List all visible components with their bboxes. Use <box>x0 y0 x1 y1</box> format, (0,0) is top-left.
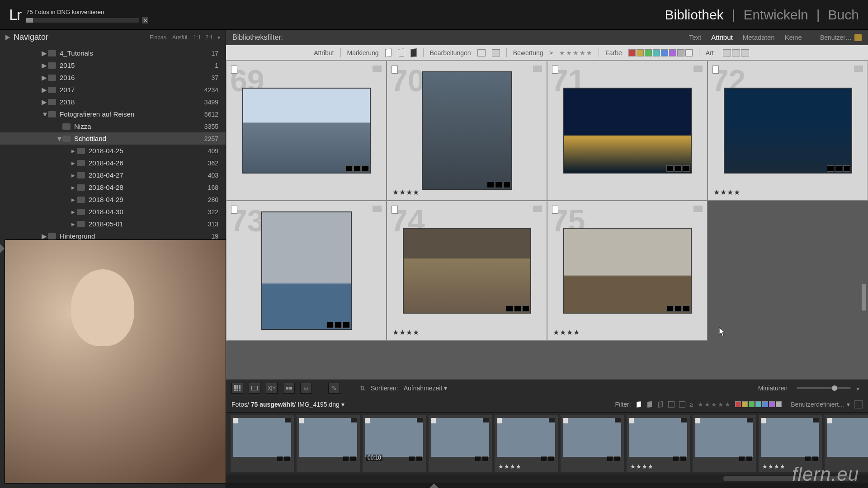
badge-icon[interactable] <box>514 305 521 312</box>
flag-icon[interactable] <box>299 418 304 423</box>
badge-icon[interactable] <box>277 456 283 462</box>
edits-unedited-icon[interactable] <box>492 49 500 56</box>
compare-view-button[interactable]: X|Y <box>266 383 278 394</box>
folder-row[interactable]: ▸2018-04-30322 <box>0 206 226 218</box>
grid-cell[interactable]: 70★★★★ <box>387 61 547 201</box>
badge-icon[interactable] <box>675 305 682 312</box>
grid-view-button[interactable] <box>231 383 243 394</box>
color-chip[interactable] <box>755 401 761 407</box>
flag-icon[interactable] <box>552 66 558 74</box>
thumbnail-size-slider[interactable] <box>797 387 851 389</box>
color-chip[interactable] <box>769 401 775 407</box>
filmstrip-cell[interactable] <box>693 415 756 472</box>
cell-menu-icon[interactable] <box>747 418 753 422</box>
status-flag-picked-icon[interactable] <box>637 401 641 408</box>
status-edits-icon[interactable] <box>679 401 685 408</box>
cell-menu-icon[interactable] <box>533 66 542 72</box>
cell-menu-icon[interactable] <box>373 206 382 212</box>
badge-icon[interactable] <box>812 456 818 462</box>
cell-menu-icon[interactable] <box>417 418 423 422</box>
badge-icon[interactable] <box>416 456 422 462</box>
folder-row[interactable]: ▼Schottland2257 <box>0 132 226 145</box>
painter-tool-button[interactable]: ✎ <box>328 383 340 394</box>
flag-icon[interactable] <box>431 418 436 423</box>
thumbnail-image[interactable] <box>423 72 511 189</box>
disclosure-icon[interactable]: ▸ <box>71 183 76 192</box>
disclosure-icon[interactable]: ▶ <box>42 232 47 240</box>
filter-preset-dropdown[interactable]: Benutzer… <box>820 34 852 41</box>
status-flag-rejected-icon[interactable] <box>658 401 663 408</box>
color-chip[interactable] <box>677 49 684 56</box>
flag-icon[interactable] <box>392 66 398 74</box>
badge-icon[interactable] <box>827 165 834 172</box>
flag-icon[interactable] <box>231 206 237 214</box>
badge-icon[interactable] <box>475 456 481 462</box>
color-chip[interactable] <box>776 401 782 407</box>
badge-icon[interactable] <box>482 456 488 462</box>
disclosure-icon[interactable]: ▸ <box>71 159 76 167</box>
color-chip[interactable] <box>653 49 660 56</box>
filter-tab-metadata[interactable]: Metadaten <box>743 33 775 41</box>
flag-icon[interactable] <box>231 66 237 74</box>
folder-row[interactable]: ▸2018-04-29280 <box>0 193 226 206</box>
status-rating-stars[interactable]: ★★★★★ <box>698 401 731 408</box>
color-chip[interactable] <box>661 49 668 56</box>
navigator-disclosure-icon[interactable] <box>5 35 10 40</box>
flag-unflagged-icon[interactable] <box>398 48 404 57</box>
badge-icon[interactable] <box>607 456 613 462</box>
disclosure-icon[interactable]: ▸ <box>71 147 76 155</box>
rating-operator-icon[interactable]: ≥ <box>550 49 553 56</box>
cell-menu-icon[interactable] <box>351 418 357 422</box>
zoom-2-1[interactable]: 2:1 <box>205 34 213 41</box>
grid-cell[interactable]: 72★★★★ <box>708 61 868 201</box>
flag-icon[interactable] <box>695 418 700 423</box>
filter-lock-icon[interactable] <box>854 34 862 41</box>
flag-picked-icon[interactable] <box>385 48 392 57</box>
survey-view-button[interactable] <box>283 383 295 394</box>
folder-row[interactable]: Nizza3355 <box>0 120 226 132</box>
badge-icon[interactable] <box>326 322 334 328</box>
filmstrip-cell[interactable] <box>429 415 492 472</box>
color-chip[interactable] <box>735 401 741 407</box>
cell-menu-icon[interactable] <box>549 418 555 422</box>
folder-row[interactable]: ▸2018-04-25409 <box>0 145 226 157</box>
thumbnail-image[interactable] <box>564 89 691 173</box>
thumbnail-image[interactable] <box>299 418 357 457</box>
cell-menu-icon[interactable] <box>285 418 291 422</box>
sort-value-dropdown[interactable]: Aufnahmezeit ▾ <box>404 385 448 392</box>
disclosure-icon[interactable]: ▸ <box>71 171 76 179</box>
badge-icon[interactable] <box>680 456 686 462</box>
cell-menu-icon[interactable] <box>533 206 542 212</box>
status-flag-unflagged-icon[interactable] <box>647 401 652 408</box>
flag-rejected-icon[interactable] <box>410 48 417 57</box>
filmstrip-cell[interactable] <box>561 415 624 472</box>
thumbnail-image[interactable] <box>563 418 621 457</box>
grid-cell[interactable]: 74★★★★ <box>387 201 547 341</box>
badge-icon[interactable] <box>487 182 494 188</box>
color-chip[interactable] <box>742 401 748 407</box>
status-path[interactable]: Fotos/ 75 ausgewählt/ IMG_4195.dng ▾ <box>231 401 615 408</box>
thumbnail-image[interactable] <box>725 89 851 173</box>
rating-stars[interactable]: ★★★★ <box>498 463 522 470</box>
zoom-fit[interactable]: Einpas. <box>150 34 168 41</box>
status-preset-dropdown[interactable]: Benutzerdefiniert… ▾ <box>791 401 850 408</box>
badge-icon[interactable] <box>362 165 369 172</box>
color-chip[interactable] <box>628 49 636 56</box>
color-chip[interactable] <box>645 49 652 56</box>
badge-icon[interactable] <box>506 305 513 312</box>
zoom-fill[interactable]: Ausfül. <box>172 34 189 41</box>
folder-row[interactable]: ▶20151 <box>0 59 226 71</box>
badge-icon[interactable] <box>343 456 349 462</box>
status-edits-icon[interactable] <box>668 401 675 408</box>
cell-menu-icon[interactable] <box>681 418 687 422</box>
flag-icon[interactable] <box>563 418 568 423</box>
folder-row[interactable]: ▶20174234 <box>0 84 226 96</box>
thumbnail-image[interactable] <box>404 229 530 313</box>
filmstrip-cell[interactable] <box>297 415 360 472</box>
zoom-1-1[interactable]: 1:1 <box>193 34 201 41</box>
disclosure-icon[interactable]: ▶ <box>42 98 47 106</box>
flag-icon[interactable] <box>629 418 634 423</box>
people-view-button[interactable]: ☺ <box>300 383 312 394</box>
badge-icon[interactable] <box>409 456 415 462</box>
badge-icon[interactable] <box>503 182 510 188</box>
